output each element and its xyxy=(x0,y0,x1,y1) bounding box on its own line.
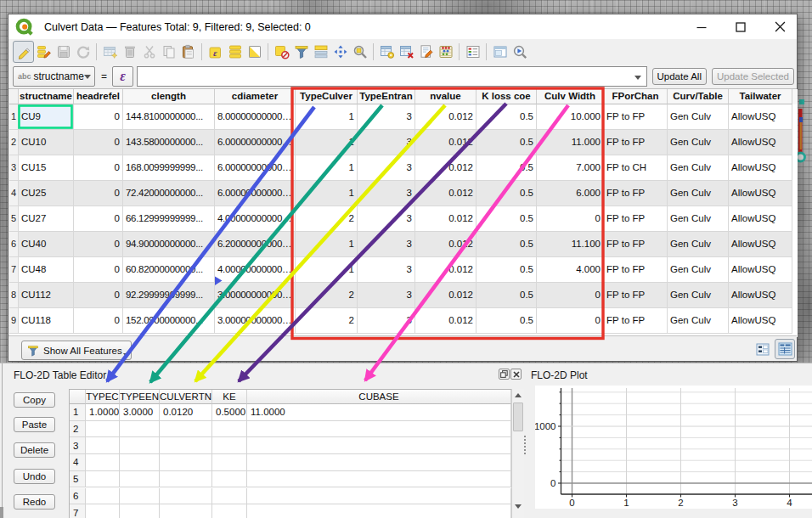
column-header-curv-table[interactable]: Curv/Table xyxy=(668,89,729,104)
cell-nvalue[interactable]: 0.012 xyxy=(415,206,476,232)
editor-column-header-culvertn[interactable]: CULVERTN xyxy=(160,390,212,404)
cell-typeculver[interactable]: 1 xyxy=(296,181,358,206)
cell-tailwater[interactable]: AllowUSQ xyxy=(729,155,792,181)
cell-fporchan[interactable]: FP to FP xyxy=(604,181,668,206)
editor-cell-cubase[interactable] xyxy=(247,504,511,518)
editor-cell-culvertn[interactable] xyxy=(160,454,212,471)
editor-cell-typeen[interactable]: 3.0000 xyxy=(120,404,160,421)
cell-structname[interactable]: CU40 xyxy=(19,232,74,257)
cell-tailwater[interactable]: AllowUSQ xyxy=(729,104,792,130)
panel-splitter-handle[interactable] xyxy=(523,435,527,455)
cell-typeculver[interactable]: 1 xyxy=(296,104,358,130)
cell-curv-table[interactable]: Gen Culv xyxy=(668,155,729,181)
undo-button[interactable]: Undo xyxy=(14,469,55,484)
editor-column-header-ke[interactable]: KE xyxy=(212,390,247,404)
cell-typeentran[interactable]: 3 xyxy=(358,181,415,206)
editor-cell-cubase[interactable] xyxy=(247,488,511,505)
editor-cell-culvertn[interactable] xyxy=(160,471,212,488)
cell-structname[interactable]: CU27 xyxy=(19,206,74,232)
form-view-button[interactable] xyxy=(753,339,773,359)
editor-cell-ke[interactable] xyxy=(212,421,247,438)
cell-culv-width[interactable]: 6.000 xyxy=(537,181,604,206)
table-view-button[interactable] xyxy=(775,339,795,359)
cell-culv-width[interactable]: 0 xyxy=(537,308,604,334)
row-number-cell[interactable]: 4 xyxy=(9,181,19,206)
field-selector-dropdown[interactable]: abc structname xyxy=(13,66,95,87)
cell-structname[interactable]: CU9 xyxy=(19,104,74,130)
scrollbar-thumb[interactable] xyxy=(513,403,523,431)
cell-headrefel[interactable]: 0 xyxy=(74,155,123,181)
select-by-expression-button[interactable]: ε xyxy=(206,41,225,63)
editor-cell-typec[interactable] xyxy=(86,454,120,471)
row-number-cell[interactable]: 9 xyxy=(9,308,19,334)
copy-button[interactable]: Copy xyxy=(14,392,55,408)
editor-cell-typec[interactable]: 1.0000 xyxy=(86,404,120,421)
column-header-typeentran[interactable]: TypeEntran xyxy=(358,89,415,104)
deselect-all-button[interactable] xyxy=(272,41,291,63)
invert-selection-button[interactable] xyxy=(245,41,264,63)
cell-headrefel[interactable]: 0 xyxy=(74,257,123,283)
cell-nvalue[interactable]: 0.012 xyxy=(415,232,476,257)
editor-column-header-cubase[interactable]: CUBASE xyxy=(247,390,511,404)
cell-tailwater[interactable]: AllowUSQ xyxy=(729,206,792,232)
cell-curv-table[interactable]: Gen Culv xyxy=(668,206,729,232)
cell-clength[interactable]: 94.90000000000... xyxy=(123,232,215,257)
cell-k-loss-coe[interactable]: 0.5 xyxy=(476,232,537,257)
editor-cell-typeen[interactable] xyxy=(120,437,160,454)
cell-clength[interactable]: 92.29999999999... xyxy=(123,283,215,308)
cell-k-loss-coe[interactable]: 0.5 xyxy=(476,130,537,155)
editor-row-number-cell[interactable]: 1 xyxy=(70,404,86,421)
cell-typeculver[interactable]: 1 xyxy=(296,130,358,155)
cell-fporchan[interactable]: FP to FP xyxy=(604,104,668,130)
actions-button[interactable] xyxy=(510,41,529,63)
editor-cell-cubase[interactable] xyxy=(247,421,511,438)
editor-cell-culvertn[interactable] xyxy=(160,437,212,454)
expression-value-input[interactable] xyxy=(137,66,647,87)
editor-row-number-cell[interactable]: 7 xyxy=(70,504,86,518)
cell-typeculver[interactable]: 2 xyxy=(296,283,358,308)
row-number-cell[interactable]: 7 xyxy=(9,257,19,283)
cell-fporchan[interactable]: FP to FP xyxy=(604,283,668,308)
cell-typeculver[interactable]: 2 xyxy=(296,206,358,232)
cell-nvalue[interactable]: 0.012 xyxy=(415,283,476,308)
redo-button[interactable]: Redo xyxy=(14,494,55,510)
pan-to-selection-button[interactable] xyxy=(330,41,350,63)
cell-k-loss-coe[interactable]: 0.5 xyxy=(476,181,537,206)
update-all-button[interactable]: Update All xyxy=(652,68,707,85)
cell-tailwater[interactable]: AllowUSQ xyxy=(729,308,792,334)
edit-field-button[interactable] xyxy=(416,41,436,63)
cell-cdiameter[interactable]: 6.0000000000000... xyxy=(215,130,296,155)
cell-culv-width[interactable]: 0 xyxy=(537,283,604,308)
cell-typeculver[interactable]: 1 xyxy=(296,232,358,257)
editor-cell-typeen[interactable] xyxy=(120,488,160,505)
editor-cell-typec[interactable] xyxy=(86,488,120,505)
cell-culv-width[interactable]: 11.000 xyxy=(537,130,604,155)
editor-cell-ke[interactable] xyxy=(212,437,247,454)
column-header-culv-width[interactable]: Culv Width xyxy=(537,89,604,104)
show-all-features-button[interactable]: Show All Features xyxy=(21,341,132,360)
delete-button[interactable]: Delete xyxy=(14,442,55,458)
column-header-tailwater[interactable]: Tailwater xyxy=(729,89,792,104)
cell-k-loss-coe[interactable]: 0.5 xyxy=(476,206,537,232)
float-panel-button[interactable] xyxy=(499,369,510,380)
cell-clength[interactable]: 72.42000000000... xyxy=(123,181,215,206)
cell-clength[interactable]: 144.8100000000... xyxy=(123,104,215,130)
dock-table-button[interactable] xyxy=(490,41,510,63)
editor-cell-typec[interactable] xyxy=(86,504,120,518)
row-number-cell[interactable]: 5 xyxy=(9,206,19,232)
cell-cdiameter[interactable]: 6.2000000000000... xyxy=(215,232,296,257)
cell-typeculver[interactable]: 1 xyxy=(296,257,358,283)
column-header-clength[interactable]: clength xyxy=(123,89,215,104)
editor-cell-culvertn[interactable]: 0.0120 xyxy=(160,404,212,421)
field-calculator-button[interactable] xyxy=(436,41,455,63)
editor-column-header-typec[interactable]: TYPEC xyxy=(86,390,120,404)
column-header-nvalue[interactable]: nvalue xyxy=(415,89,476,104)
minimize-button[interactable] xyxy=(691,18,712,37)
row-number-cell[interactable]: 2 xyxy=(9,130,19,155)
editor-cell-ke[interactable] xyxy=(212,454,247,471)
row-number-cell[interactable]: 1 xyxy=(9,104,19,130)
editor-cell-culvertn[interactable] xyxy=(160,504,212,518)
cell-curv-table[interactable]: Gen Culv xyxy=(668,181,729,206)
editor-row-number-cell[interactable]: 2 xyxy=(70,421,86,438)
cell-clength[interactable]: 152.0900000000... xyxy=(123,308,215,334)
